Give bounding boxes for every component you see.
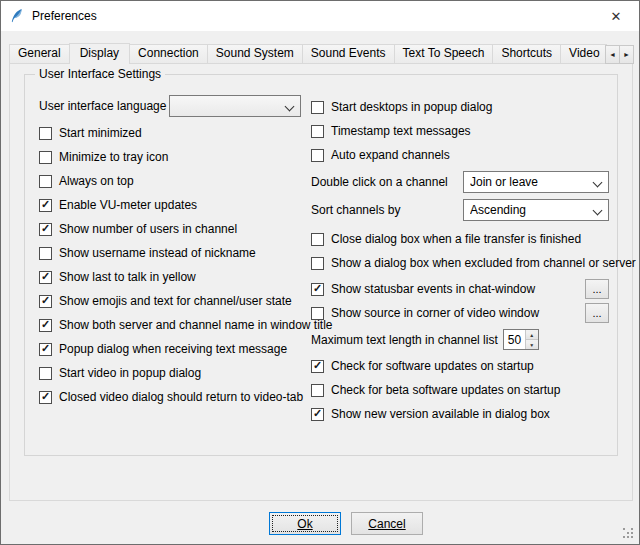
window-title: Preferences (32, 9, 97, 23)
checkbox-show-statusbar-events[interactable]: Show statusbar events in chat-window (311, 281, 535, 297)
checkbox-start-desktops-popup[interactable]: Start desktops in popup dialog (311, 99, 609, 115)
double-click-row: Double click on a channel Join or leave (311, 171, 609, 193)
checkbox-icon (39, 343, 52, 356)
checkbox-show-username[interactable]: Show username instead of nickname (39, 245, 301, 261)
checkbox-label: Show source in corner of video window (331, 306, 539, 320)
ok-button[interactable]: Ok (269, 512, 341, 535)
tab-text-to-speech[interactable]: Text To Speech (394, 44, 494, 63)
checkbox-closed-video-return[interactable]: Closed video dialog should return to vid… (39, 389, 301, 405)
checkbox-label: Start video in popup dialog (59, 366, 201, 380)
checkbox-icon (311, 307, 324, 320)
checkbox-check-updates[interactable]: Check for software updates on startup (311, 358, 609, 374)
checkbox-icon (311, 384, 324, 397)
tab-sound-events[interactable]: Sound Events (302, 44, 395, 63)
sort-channels-label: Sort channels by (311, 203, 400, 217)
checkbox-label: Auto expand channels (331, 148, 450, 162)
sort-channels-row: Sort channels by Ascending (311, 199, 609, 221)
checkbox-icon (39, 391, 52, 404)
double-click-label: Double click on a channel (311, 175, 448, 189)
statusbar-events-row: Show statusbar events in chat-window ... (311, 279, 609, 299)
checkbox-show-video-source[interactable]: Show source in corner of video window (311, 305, 539, 321)
dropdown-value: Ascending (470, 203, 526, 217)
scroll-right-icon: ► (623, 51, 630, 58)
checkbox-enable-vu-meter[interactable]: Enable VU-meter updates (39, 197, 301, 213)
chevron-down-icon (285, 102, 295, 112)
video-source-row: Show source in corner of video window ..… (311, 303, 609, 323)
checkbox-label: Start minimized (59, 126, 142, 140)
max-text-length-input[interactable]: 50 ▲ ▼ (503, 329, 539, 350)
checkbox-label: Show username instead of nickname (59, 246, 256, 260)
checkbox-minimize-to-tray[interactable]: Minimize to tray icon (39, 149, 301, 165)
close-button[interactable]: ✕ (593, 1, 639, 31)
checkbox-icon (39, 151, 52, 164)
checkbox-show-new-version[interactable]: Show new version available in dialog box (311, 406, 609, 422)
language-label: User interface language (39, 99, 166, 113)
language-row: User interface language (39, 95, 301, 117)
tab-scroll-left-button[interactable]: ◄ (605, 45, 620, 64)
checkbox-timestamp-messages[interactable]: Timestamp text messages (311, 123, 609, 139)
checkbox-label: Timestamp text messages (331, 124, 471, 138)
checkbox-label: Always on top (59, 174, 134, 188)
tab-video[interactable]: Video (560, 44, 607, 63)
checkbox-dialog-when-excluded[interactable]: Show a dialog box when excluded from cha… (311, 255, 609, 271)
checkbox-icon (311, 125, 324, 138)
close-icon: ✕ (611, 9, 622, 24)
checkbox-start-video-popup[interactable]: Start video in popup dialog (39, 365, 301, 381)
checkbox-icon (311, 408, 324, 421)
checkbox-icon (311, 149, 324, 162)
tab-connection[interactable]: Connection (129, 44, 208, 63)
video-source-config-button[interactable]: ... (585, 303, 609, 323)
dropdown-value: Join or leave (470, 175, 538, 189)
checkbox-show-emojis[interactable]: Show emojis and text for channel/user st… (39, 293, 301, 309)
tab-bar: General Display Connection Sound System … (9, 43, 607, 64)
chevron-down-icon (593, 206, 603, 216)
tab-scroll-right-button[interactable]: ► (619, 45, 634, 64)
statusbar-events-config-button[interactable]: ... (585, 279, 609, 299)
checkbox-show-user-count[interactable]: Show number of users in channel (39, 221, 301, 237)
group-title: User Interface Settings (35, 67, 165, 81)
checkbox-label: Closed video dialog should return to vid… (59, 390, 303, 404)
spin-down-button[interactable]: ▼ (526, 339, 538, 349)
tab-scroll-buttons: ◄ ► (605, 45, 634, 64)
checkbox-server-channel-in-title[interactable]: Show both server and channel name in win… (39, 317, 301, 333)
cancel-button[interactable]: Cancel (351, 512, 423, 535)
display-tab-pane: User Interface Settings User interface l… (9, 63, 633, 501)
checkbox-auto-expand-channels[interactable]: Auto expand channels (311, 147, 609, 163)
checkbox-icon (311, 233, 324, 246)
checkbox-icon (39, 319, 52, 332)
spin-up-icon: ▲ (526, 332, 538, 338)
left-column: User interface language Start minimized … (39, 95, 301, 413)
checkbox-last-to-talk-yellow[interactable]: Show last to talk in yellow (39, 269, 301, 285)
checkbox-start-minimized[interactable]: Start minimized (39, 125, 301, 141)
checkbox-popup-text-message[interactable]: Popup dialog when receiving text message (39, 341, 301, 357)
checkbox-always-on-top[interactable]: Always on top (39, 173, 301, 189)
checkbox-label: Check for beta software updates on start… (331, 383, 560, 397)
checkbox-label: Show statusbar events in chat-window (331, 282, 535, 296)
resize-grip[interactable] (623, 528, 635, 540)
spinbox-value: 50 (504, 330, 525, 349)
checkbox-label: Show last to talk in yellow (59, 270, 196, 284)
checkbox-label: Show number of users in channel (59, 222, 237, 236)
title-bar[interactable]: Preferences ✕ (1, 1, 639, 31)
checkbox-check-beta-updates[interactable]: Check for beta software updates on start… (311, 382, 609, 398)
checkbox-icon (311, 283, 324, 296)
language-dropdown[interactable] (169, 95, 301, 117)
checkbox-close-dialog-file-transfer[interactable]: Close dialog box when a file transfer is… (311, 231, 609, 247)
checkbox-label: Start desktops in popup dialog (331, 100, 492, 114)
checkbox-label: Minimize to tray icon (59, 150, 168, 164)
spin-up-button[interactable]: ▲ (526, 330, 538, 339)
tab-shortcuts[interactable]: Shortcuts (492, 44, 561, 63)
checkbox-icon (39, 367, 52, 380)
tab-display[interactable]: Display (69, 43, 130, 64)
checkbox-icon (39, 295, 52, 308)
max-text-length-label: Maximum text length in channel list (311, 333, 498, 347)
checkbox-label: Enable VU-meter updates (59, 198, 197, 212)
sort-channels-dropdown[interactable]: Ascending (463, 199, 609, 221)
checkbox-label: Close dialog box when a file transfer is… (331, 232, 581, 246)
tab-general[interactable]: General (9, 44, 70, 63)
double-click-dropdown[interactable]: Join or leave (463, 171, 609, 193)
tab-sound-system[interactable]: Sound System (207, 44, 303, 63)
right-column: Start desktops in popup dialog Timestamp… (311, 99, 609, 430)
checkbox-icon (39, 223, 52, 236)
checkbox-icon (39, 247, 52, 260)
